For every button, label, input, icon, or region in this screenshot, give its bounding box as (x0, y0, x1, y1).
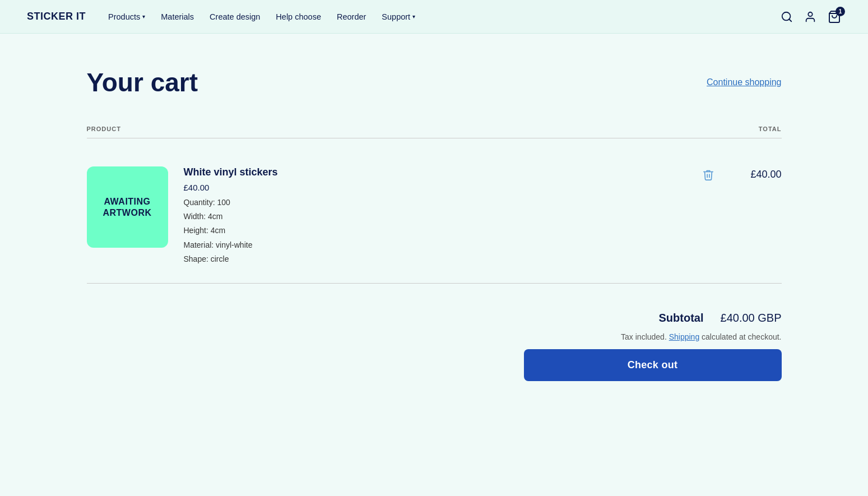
product-details: White vinyl stickers £40.00 Quantity: 10… (184, 166, 680, 266)
nav-materials-label: Materials (161, 12, 194, 21)
product-quantity: Quantity: 100 (184, 196, 680, 210)
product-thumbnail: AWAITING ARTWORK (87, 166, 168, 248)
main-nav: Products ▾ Materials Create design Help … (108, 12, 781, 21)
awaiting-line2: ARTWORK (103, 208, 151, 217)
tax-note-prefix: Tax included. (621, 332, 667, 341)
subtotal-value: £40.00 GBP (721, 312, 782, 325)
account-icon (804, 11, 816, 23)
nav-support-label: Support (382, 12, 410, 21)
nav-reorder-label: Reorder (337, 12, 366, 21)
continue-shopping-link[interactable]: Continue shopping (707, 77, 781, 87)
tax-note-suffix-text: calculated at checkout. (702, 332, 781, 341)
product-material: Material: vinyl-white (184, 238, 680, 252)
column-header-product: PRODUCT (87, 126, 121, 132)
account-button[interactable] (804, 11, 816, 23)
product-height: Height: 4cm (184, 224, 680, 238)
subtotal-label: Subtotal (659, 312, 704, 325)
cart-item: AWAITING ARTWORK White vinyl stickers £4… (87, 150, 782, 284)
cart-header: Your cart Continue shopping (87, 67, 782, 98)
page-title: Your cart (87, 67, 198, 98)
product-meta: Quantity: 100 Width: 4cm Height: 4cm Mat… (184, 196, 680, 266)
tax-note: Tax included. Shipping calculated at che… (621, 332, 781, 341)
trash-icon (702, 169, 714, 181)
delete-item-button[interactable] (702, 166, 714, 181)
nav-products[interactable]: Products ▾ (108, 12, 145, 21)
product-name: White vinyl stickers (184, 166, 680, 178)
nav-reorder[interactable]: Reorder (337, 12, 366, 21)
column-header-total: TOTAL (759, 126, 782, 132)
cart-count-badge: 1 (835, 7, 845, 16)
cart-summary: Subtotal £40.00 GBP Tax included. Shippi… (87, 312, 782, 381)
brand-logo[interactable]: STICKER IT (27, 11, 86, 22)
svg-point-2 (808, 12, 812, 16)
chevron-down-icon: ▾ (142, 13, 145, 20)
nav-materials[interactable]: Materials (161, 12, 194, 21)
checkout-button[interactable]: Check out (524, 349, 782, 381)
search-button[interactable] (781, 11, 793, 23)
awaiting-line1: AWAITING (104, 197, 150, 206)
awaiting-artwork-text: AWAITING ARTWORK (103, 196, 151, 217)
product-shape: Shape: circle (184, 252, 680, 266)
product-price: £40.00 (184, 183, 680, 192)
nav-create-design-label: Create design (210, 12, 260, 21)
svg-line-1 (789, 19, 791, 21)
item-total-price: £40.00 (737, 166, 782, 180)
nav-help-choose[interactable]: Help choose (276, 12, 321, 21)
subtotal-row: Subtotal £40.00 GBP (659, 312, 782, 325)
header-icons: 1 (781, 10, 841, 24)
search-icon (781, 11, 793, 23)
product-width: Width: 4cm (184, 210, 680, 224)
nav-create-design[interactable]: Create design (210, 12, 260, 21)
chevron-down-icon: ▾ (412, 13, 415, 20)
cart-button[interactable]: 1 (828, 10, 841, 24)
table-header: PRODUCT TOTAL (87, 120, 782, 138)
nav-help-choose-label: Help choose (276, 12, 321, 21)
nav-support[interactable]: Support ▾ (382, 12, 415, 21)
shipping-link[interactable]: Shipping (669, 332, 700, 341)
nav-products-label: Products (108, 12, 140, 21)
